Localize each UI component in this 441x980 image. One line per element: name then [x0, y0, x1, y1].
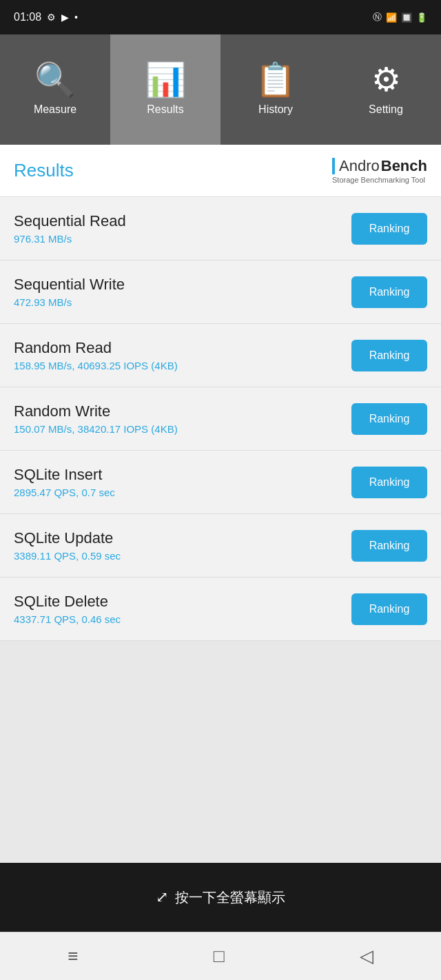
fullscreen-banner[interactable]: ⤢ 按一下全螢幕顯示	[0, 863, 441, 932]
benchmark-name-sequential-write: Sequential Write	[14, 276, 125, 294]
measure-icon: 🔍	[34, 63, 76, 96]
tab-results[interactable]: 📊 Results	[110, 34, 220, 145]
benchmark-list: Sequential Read 976.31 MB/s Ranking Sequ…	[0, 197, 441, 752]
settings-status-icon: ⚙	[47, 12, 56, 23]
play-status-icon: ▶	[61, 12, 69, 23]
battery-icon: 🔋	[416, 12, 427, 23]
benchmark-value-random-write: 150.07 MB/s, 38420.17 IOPS (4KB)	[14, 423, 178, 435]
fullscreen-text: 按一下全螢幕顯示	[175, 888, 285, 907]
benchmark-value-sqlite-delete: 4337.71 QPS, 0.46 sec	[14, 613, 121, 625]
ranking-button-sequential-read[interactable]: Ranking	[351, 213, 427, 245]
benchmark-info-sequential-write: Sequential Write 472.93 MB/s	[14, 276, 125, 308]
fullscreen-icon: ⤢	[156, 888, 168, 906]
benchmark-row-sqlite-delete: SQLite Delete 4337.71 QPS, 0.46 sec Rank…	[0, 578, 441, 641]
ranking-button-sqlite-insert[interactable]: Ranking	[351, 467, 427, 498]
status-bar: 01:08 ⚙ ▶ • Ⓝ 📶 🔲 🔋	[0, 0, 441, 34]
benchmark-info-random-write: Random Write 150.07 MB/s, 38420.17 IOPS …	[14, 402, 178, 435]
benchmark-row-random-write: Random Write 150.07 MB/s, 38420.17 IOPS …	[0, 387, 441, 451]
benchmark-info-random-read: Random Read 158.95 MB/s, 40693.25 IOPS (…	[14, 339, 178, 371]
results-icon: 📊	[145, 63, 186, 96]
benchmark-value-sqlite-update: 3389.11 QPS, 0.59 sec	[14, 550, 121, 562]
dot-status-icon: •	[74, 12, 78, 23]
brand-logo: AndroBench Storage Benchmarking Tool	[332, 157, 427, 184]
brand-bar	[332, 158, 335, 174]
benchmark-value-sequential-read: 976.31 MB/s	[14, 233, 126, 245]
brand-name: AndroBench	[332, 157, 427, 175]
nav-back-button[interactable]: ◁	[339, 939, 394, 974]
tab-measure[interactable]: 🔍 Measure	[0, 34, 110, 145]
benchmark-name-random-write: Random Write	[14, 402, 178, 420]
ranking-button-sequential-write[interactable]: Ranking	[351, 276, 427, 308]
nav-menu-button[interactable]: ≡	[47, 939, 99, 974]
benchmark-name-random-read: Random Read	[14, 339, 178, 357]
benchmark-name-sqlite-delete: SQLite Delete	[14, 593, 121, 611]
nav-tabs: 🔍 Measure 📊 Results 📋 History ⚙ Setting	[0, 34, 441, 145]
benchmark-info-sqlite-delete: SQLite Delete 4337.71 QPS, 0.46 sec	[14, 593, 121, 625]
benchmark-value-random-read: 158.95 MB/s, 40693.25 IOPS (4KB)	[14, 360, 178, 371]
n-icon: Ⓝ	[373, 11, 382, 23]
benchmark-info-sequential-read: Sequential Read 976.31 MB/s	[14, 212, 126, 245]
tab-results-label: Results	[147, 103, 183, 116]
tab-measure-label: Measure	[34, 103, 76, 116]
benchmark-row-sqlite-insert: SQLite Insert 2895.47 QPS, 0.7 sec Ranki…	[0, 451, 441, 514]
spacer	[0, 752, 441, 863]
bottom-nav: ≡ □ ◁	[0, 932, 441, 980]
wifi-icon: 📶	[386, 12, 397, 23]
status-time: 01:08	[14, 11, 41, 23]
brand-subtitle: Storage Benchmarking Tool	[332, 176, 425, 184]
benchmark-info-sqlite-insert: SQLite Insert 2895.47 QPS, 0.7 sec	[14, 466, 115, 498]
history-icon: 📋	[255, 63, 296, 96]
benchmark-value-sqlite-insert: 2895.47 QPS, 0.7 sec	[14, 487, 115, 498]
tab-history[interactable]: 📋 History	[220, 34, 331, 145]
benchmark-name-sqlite-insert: SQLite Insert	[14, 466, 115, 484]
benchmark-row-sqlite-update: SQLite Update 3389.11 QPS, 0.59 sec Rank…	[0, 514, 441, 578]
tab-history-label: History	[258, 103, 293, 116]
nav-home-button[interactable]: □	[193, 939, 245, 974]
ranking-button-random-write[interactable]: Ranking	[351, 403, 427, 435]
brand-andro: Andro	[339, 157, 380, 175]
results-header: Results AndroBench Storage Benchmarking …	[0, 145, 441, 197]
results-title: Results	[14, 160, 74, 181]
tab-setting[interactable]: ⚙ Setting	[331, 34, 441, 145]
benchmark-value-sequential-write: 472.93 MB/s	[14, 296, 125, 308]
tab-setting-label: Setting	[369, 103, 403, 116]
screen-icon: 🔲	[401, 12, 412, 23]
benchmark-row-random-read: Random Read 158.95 MB/s, 40693.25 IOPS (…	[0, 324, 441, 387]
ranking-button-sqlite-delete[interactable]: Ranking	[351, 593, 427, 625]
brand-bench: Bench	[381, 157, 427, 175]
ranking-button-random-read[interactable]: Ranking	[351, 340, 427, 371]
benchmark-info-sqlite-update: SQLite Update 3389.11 QPS, 0.59 sec	[14, 529, 121, 562]
status-right: Ⓝ 📶 🔲 🔋	[373, 11, 427, 23]
benchmark-name-sqlite-update: SQLite Update	[14, 529, 121, 547]
benchmark-name-sequential-read: Sequential Read	[14, 212, 126, 230]
ranking-button-sqlite-update[interactable]: Ranking	[351, 530, 427, 562]
benchmark-row-sequential-read: Sequential Read 976.31 MB/s Ranking	[0, 197, 441, 261]
setting-icon: ⚙	[371, 63, 401, 96]
benchmark-row-sequential-write: Sequential Write 472.93 MB/s Ranking	[0, 261, 441, 324]
status-left: 01:08 ⚙ ▶ •	[14, 11, 78, 23]
